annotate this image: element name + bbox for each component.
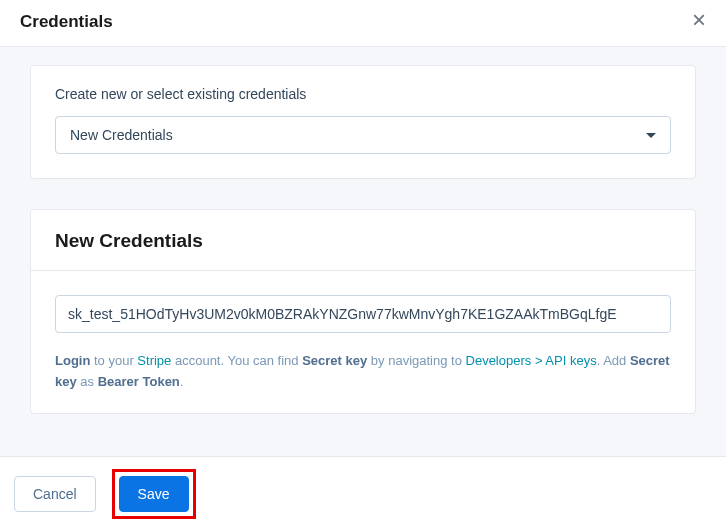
modal-content: Create new or select existing credential…	[0, 47, 726, 462]
select-credentials-card: Create new or select existing credential…	[30, 65, 696, 179]
credentials-select-wrapper: New Credentials	[55, 116, 671, 154]
helper-t10: .	[180, 374, 184, 389]
new-credentials-title: New Credentials	[55, 230, 671, 252]
save-button[interactable]: Save	[119, 476, 189, 512]
caret-down-icon	[646, 133, 656, 138]
helper-bearer: Bearer Token	[98, 374, 180, 389]
developers-link[interactable]: Developers > API keys	[466, 353, 597, 368]
new-credentials-header: New Credentials	[31, 210, 695, 271]
stripe-link[interactable]: Stripe	[137, 353, 171, 368]
new-credentials-card: New Credentials Login to your Stripe acc…	[30, 209, 696, 414]
helper-secretkey1: Secret key	[302, 353, 367, 368]
cancel-button[interactable]: Cancel	[14, 476, 96, 512]
modal-title: Credentials	[20, 12, 113, 32]
close-icon[interactable]: ×	[692, 8, 706, 32]
helper-text: Login to your Stripe account. You can fi…	[55, 351, 671, 393]
helper-t3: account. You can find	[171, 353, 302, 368]
modal-footer: Cancel Save	[0, 456, 726, 531]
select-credentials-label: Create new or select existing credential…	[55, 86, 671, 102]
helper-t5: by navigating to	[367, 353, 465, 368]
new-credentials-body: Login to your Stripe account. You can fi…	[31, 271, 695, 413]
credentials-select-value: New Credentials	[70, 127, 173, 143]
modal-header: Credentials ×	[0, 0, 726, 47]
helper-t8: as	[77, 374, 98, 389]
helper-t6: . Add	[597, 353, 630, 368]
credentials-select[interactable]: New Credentials	[55, 116, 671, 154]
helper-t2: to your	[90, 353, 137, 368]
secret-key-input[interactable]	[55, 295, 671, 333]
save-button-highlight: Save	[112, 469, 196, 519]
helper-login: Login	[55, 353, 90, 368]
